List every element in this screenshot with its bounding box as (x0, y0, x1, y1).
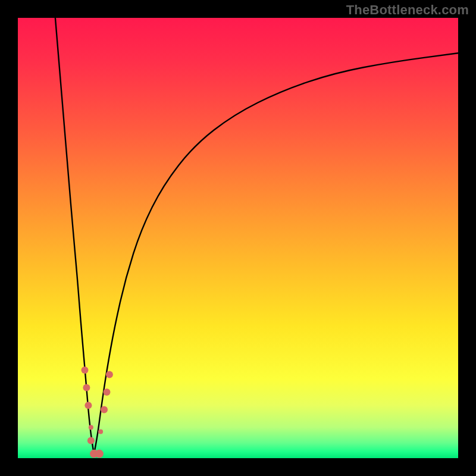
plot-area (18, 18, 458, 458)
background-gradient (18, 18, 458, 458)
watermark-text: TheBottleneck.com (346, 2, 469, 18)
svg-rect-0 (18, 18, 458, 458)
figure-frame: TheBottleneck.com (0, 0, 476, 476)
